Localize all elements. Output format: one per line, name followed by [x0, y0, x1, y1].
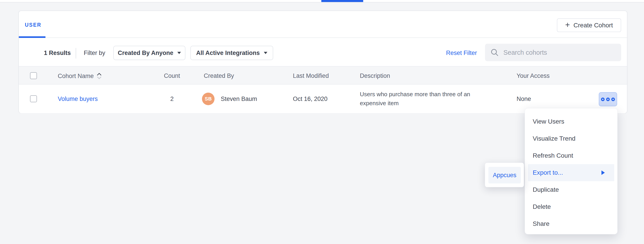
- chevron-down-icon: [177, 52, 181, 54]
- export-submenu: Appcues: [485, 163, 524, 187]
- menu-item-share[interactable]: Share: [528, 215, 614, 232]
- reset-filter-link[interactable]: Reset Filter: [446, 50, 477, 57]
- integrations-dropdown-value: All Active Integrations: [196, 50, 260, 57]
- last-modified-date: Oct 16, 2020: [293, 95, 328, 103]
- sort-icon: [96, 72, 102, 80]
- cohort-description: Users who purchase more than three of an…: [360, 90, 486, 108]
- chevron-down-icon: [264, 52, 267, 54]
- menu-item-visualize-trend[interactable]: Visualize Trend: [528, 130, 614, 147]
- tab-user[interactable]: USER: [25, 22, 42, 28]
- create-cohort-button[interactable]: + Create Cohort: [557, 18, 621, 32]
- created-by-dropdown[interactable]: Created By Anyone: [113, 46, 186, 60]
- column-header-created-by: Created By: [204, 72, 234, 79]
- tab-user-underline: [19, 36, 46, 38]
- ellipsis-icon: [611, 98, 615, 101]
- menu-item-view-users[interactable]: View Users: [528, 113, 614, 130]
- search-icon: [490, 48, 499, 57]
- select-all-checkbox[interactable]: [30, 72, 37, 79]
- filter-by-label: Filter by: [84, 50, 105, 57]
- create-cohort-label: Create Cohort: [574, 22, 613, 29]
- created-by-dropdown-value: Created By Anyone: [118, 50, 173, 57]
- search-cohorts-box[interactable]: [485, 44, 621, 61]
- menu-item-refresh-count[interactable]: Refresh Count: [528, 147, 614, 164]
- cohorts-page: USER + Create Cohort 1 Results Filter by…: [0, 0, 644, 244]
- cohort-name-link[interactable]: Volume buyers: [58, 95, 98, 103]
- column-header-cohort-name[interactable]: Cohort Name: [58, 72, 102, 80]
- menu-item-export-to[interactable]: Export to...: [528, 164, 614, 181]
- submenu-arrow-icon: [602, 170, 605, 175]
- submenu-item-appcues[interactable]: Appcues: [488, 167, 521, 183]
- top-tab-strip: [0, 0, 644, 3]
- cohort-count: 2: [158, 95, 186, 103]
- cohort-name-header-label: Cohort Name: [58, 72, 94, 80]
- active-top-tab-underline: [321, 0, 363, 2]
- export-to-label: Export to...: [533, 169, 563, 176]
- created-by-name: Steven Baum: [221, 95, 257, 103]
- column-header-description: Description: [360, 72, 390, 79]
- row-actions-menu: View Users Visualize Trend Refresh Count…: [525, 108, 618, 234]
- cohorts-card: USER + Create Cohort 1 Results Filter by…: [18, 11, 628, 113]
- column-header-count: Count: [158, 72, 186, 79]
- row-checkbox[interactable]: [30, 95, 37, 102]
- menu-item-delete[interactable]: Delete: [528, 198, 614, 215]
- row-actions-button[interactable]: [599, 92, 617, 106]
- ellipsis-icon: [601, 98, 604, 101]
- your-access-value: None: [516, 95, 531, 103]
- table-header-row: Cohort Name Count Created By Last Modifi…: [19, 66, 627, 85]
- filter-divider: [76, 48, 76, 59]
- avatar-initials: SB: [205, 96, 212, 102]
- menu-item-duplicate[interactable]: Duplicate: [528, 181, 614, 198]
- results-count: 1 Results: [44, 50, 71, 57]
- card-tabbar: USER + Create Cohort: [19, 11, 627, 38]
- plus-icon: +: [565, 21, 570, 29]
- integrations-dropdown[interactable]: All Active Integrations: [190, 46, 273, 60]
- ellipsis-icon: [606, 98, 610, 101]
- avatar: SB: [202, 93, 214, 105]
- column-header-last-modified: Last Modified: [293, 72, 329, 79]
- column-header-your-access: Your Access: [516, 72, 550, 79]
- search-cohorts-input[interactable]: [504, 49, 616, 56]
